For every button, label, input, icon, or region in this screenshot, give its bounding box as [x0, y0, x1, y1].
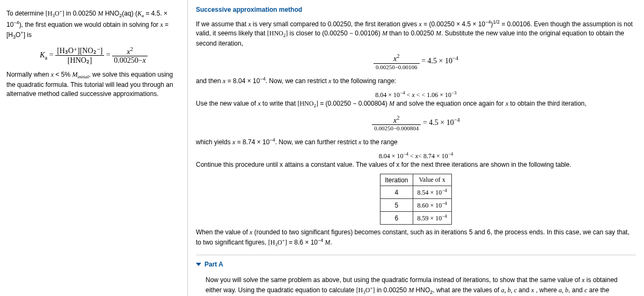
part-a-header[interactable]: Part A — [196, 261, 636, 268]
ka-formula: Ka = [H₃O⁺][NO₂⁻] [HNO₂] = x2 0.00250−x — [6, 46, 181, 65]
iteration-table: IterationValue of x 48.54 × 10−4 58.60 ×… — [380, 174, 452, 225]
left-panel: To determine [H3O+] in 0.00250 M HNO2(aq… — [0, 0, 188, 296]
range2: 8.04 × 10−4 < x< 8.74 × 10−4 — [196, 151, 636, 160]
p2: and then x = 8.04 × 10−4. Now, we can re… — [196, 76, 636, 86]
eq-iter2: x2 0.00250−0.00106 = 4.5 × 10−4 — [196, 53, 636, 70]
question-text: Now you will solve the same problem as a… — [206, 276, 626, 296]
p3: Use the new value of x to write that [HN… — [196, 99, 636, 109]
p4: which yields x = 8.74 × 10−4. Now, we ca… — [196, 137, 636, 147]
note-paragraph: Normally when x < 5% Minitial, we solve … — [6, 70, 181, 99]
p6: When the value of x (rounded to two sign… — [196, 228, 636, 248]
range1: 8.04 × 10−4 < x < < 1.06 × 10−3 — [196, 90, 636, 99]
p1: If we assume that x is very small compar… — [196, 19, 636, 48]
intro-paragraph: To determine [H3O+] in 0.00250 M HNO2(aq… — [6, 8, 181, 41]
eq-iter3: x2 0.00250−0.000804 = 4.5 × 10−4 — [196, 115, 636, 132]
p5: Continue this procedure until x attains … — [196, 160, 636, 169]
chevron-down-icon — [196, 263, 201, 266]
section-title: Successive approximation method — [196, 5, 636, 14]
right-panel: Successive approximation method If we as… — [188, 0, 644, 296]
